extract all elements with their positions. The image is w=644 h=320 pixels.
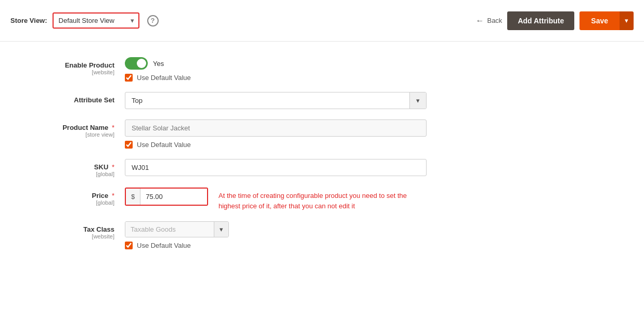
- header-bar: Store View: Default Store View ▾ ? ← Bac…: [0, 0, 644, 42]
- chevron-down-icon: ▾: [625, 17, 628, 24]
- enable-product-row: Enable Product [website] Yes Use Default…: [21, 57, 623, 82]
- price-required-star: *: [112, 192, 114, 199]
- header-actions: ← Back Add Attribute Save ▾: [475, 11, 634, 30]
- tax-class-field: Taxable Goods ▾ Use Default Value: [125, 221, 447, 249]
- attribute-set-label: Attribute Set: [74, 96, 114, 104]
- sku-row: SKU * [global]: [21, 159, 623, 177]
- price-prefix: $: [126, 189, 140, 205]
- attribute-set-field: Top ▾: [125, 92, 447, 109]
- price-label-col: Price * [global]: [21, 188, 125, 206]
- main-content: Enable Product [website] Yes Use Default…: [0, 42, 644, 275]
- enable-product-use-default-label[interactable]: Use Default Value: [137, 74, 191, 82]
- attribute-set-label-col: Attribute Set: [21, 92, 125, 104]
- tax-class-use-default-row: Use Default Value: [125, 242, 447, 249]
- store-view-label: Store View:: [10, 17, 47, 24]
- product-name-label-col: Product Name * [store view]: [21, 119, 125, 138]
- product-name-row: Product Name * [store view] Use Default …: [21, 119, 623, 149]
- tax-class-sublabel: [website]: [21, 233, 114, 239]
- tax-class-select[interactable]: Taxable Goods: [125, 222, 214, 237]
- price-note: At the time of creating configurable pro…: [218, 188, 416, 211]
- save-button[interactable]: Save: [579, 11, 620, 30]
- sku-label: SKU: [94, 163, 108, 171]
- tax-class-label-col: Tax Class [website]: [21, 221, 125, 239]
- sku-field: [125, 159, 447, 176]
- add-attribute-button[interactable]: Add Attribute: [507, 11, 574, 30]
- chevron-down-icon: ▾: [126, 14, 138, 28]
- required-star: *: [112, 124, 114, 131]
- product-name-input[interactable]: [125, 119, 427, 137]
- price-sublabel: [global]: [21, 199, 114, 206]
- price-field-wrapper: $: [125, 188, 208, 206]
- attribute-set-select-wrapper[interactable]: Top ▾: [125, 92, 427, 109]
- enable-product-use-default-row: Use Default Value: [125, 74, 447, 82]
- enable-product-use-default-checkbox[interactable]: [125, 74, 133, 82]
- help-icon[interactable]: ?: [147, 15, 159, 26]
- price-input[interactable]: [140, 189, 207, 205]
- tax-class-select-wrapper[interactable]: Taxable Goods ▾: [125, 221, 229, 237]
- attribute-set-dropdown-arrow[interactable]: ▾: [409, 92, 426, 109]
- product-name-use-default-checkbox[interactable]: [125, 141, 133, 149]
- enable-product-label-col: Enable Product [website]: [21, 57, 125, 75]
- save-dropdown-button[interactable]: ▾: [620, 11, 634, 30]
- product-name-use-default-row: Use Default Value: [125, 141, 447, 149]
- price-row: Price * [global] $ At the time of creati…: [21, 188, 623, 211]
- sku-label-col: SKU * [global]: [21, 159, 125, 177]
- attribute-set-row: Attribute Set Top ▾: [21, 92, 623, 109]
- enable-product-field: Yes Use Default Value: [125, 57, 447, 82]
- back-arrow-icon: ←: [475, 16, 484, 25]
- toggle-text: Yes: [153, 60, 164, 68]
- price-field-and-note: $ At the time of creating configurable p…: [125, 188, 416, 211]
- sku-required-star: *: [112, 163, 114, 171]
- toggle-knob: [137, 59, 146, 68]
- enable-product-toggle[interactable]: [125, 57, 148, 70]
- tax-class-use-default-checkbox[interactable]: [125, 242, 133, 249]
- product-name-use-default-label[interactable]: Use Default Value: [137, 141, 191, 149]
- enable-product-label: Enable Product: [65, 61, 114, 69]
- sku-input[interactable]: [125, 159, 427, 176]
- product-name-field: Use Default Value: [125, 119, 447, 149]
- store-view-select[interactable]: Default Store View: [54, 14, 126, 28]
- attribute-set-select[interactable]: Top: [125, 92, 409, 109]
- store-view-select-wrapper[interactable]: Default Store View ▾: [53, 12, 139, 29]
- tax-class-use-default-label[interactable]: Use Default Value: [137, 242, 191, 249]
- back-button[interactable]: ← Back: [475, 16, 502, 25]
- enable-product-sublabel: [website]: [21, 69, 114, 75]
- tax-class-dropdown-arrow: ▾: [214, 222, 228, 237]
- product-name-sublabel: [store view]: [21, 131, 114, 138]
- save-button-group: Save ▾: [579, 11, 634, 30]
- product-name-label: Product Name: [62, 124, 108, 131]
- tax-class-row: Tax Class [website] Taxable Goods ▾ Use …: [21, 221, 623, 249]
- toggle-row: Yes: [125, 57, 447, 70]
- chevron-down-icon: ▾: [416, 97, 420, 104]
- sku-sublabel: [global]: [21, 171, 114, 177]
- price-label: Price: [92, 192, 109, 199]
- tax-class-label: Tax Class: [83, 225, 114, 233]
